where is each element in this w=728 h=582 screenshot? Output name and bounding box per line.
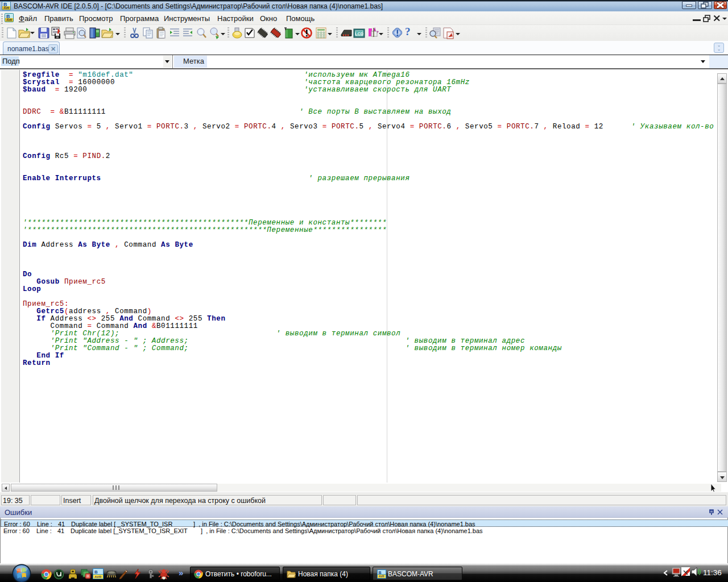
svg-text:AVR: AVR (94, 575, 102, 579)
svg-text:B: B (379, 571, 382, 575)
svg-text:AVR: AVR (379, 575, 385, 578)
svg-text:B: B (94, 569, 98, 575)
svg-text:LCD: LCD (355, 32, 363, 36)
svg-text:AVR: AVR (6, 18, 13, 22)
svg-text:AVR: AVR (3, 6, 10, 10)
svg-text:11:36: 11:36 (703, 568, 722, 577)
